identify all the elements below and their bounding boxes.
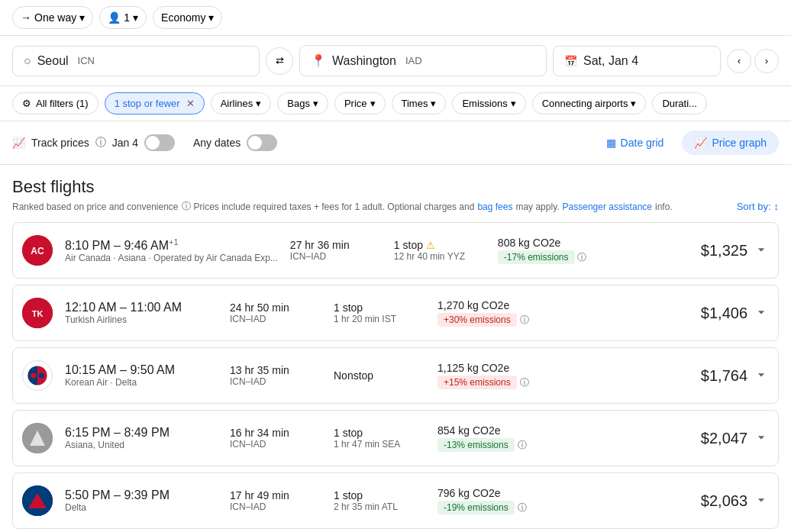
info-text: info. — [655, 202, 673, 212]
duration-value: 17 hr 49 min — [230, 489, 321, 501]
search-bar: ○ Seoul ICN ⇄ 📍 Washington IAD 📅 Sat, Ja… — [0, 36, 791, 86]
connecting-airports-label: Connecting airports — [542, 98, 628, 109]
flight-price: $1,406 — [686, 305, 747, 322]
graph-icon: 📈 — [694, 137, 707, 149]
stop-filter-button[interactable]: 1 stop or fewer ✕ — [105, 92, 205, 114]
track-prices-toggle[interactable] — [144, 134, 175, 151]
route-value: ICN–IAD — [290, 251, 382, 262]
trending-up-icon: 📈 — [12, 137, 25, 149]
duration-filter-button[interactable]: Durati... — [652, 92, 707, 114]
flight-stops: 1 stop 1 hr 47 min SEA — [334, 427, 425, 450]
date-field[interactable]: 📅 Sat, Jan 4 — [553, 46, 721, 76]
flight-duration: 24 hr 50 min ICN–IAD — [230, 301, 321, 324]
bag-fees-link[interactable]: bag fees — [477, 202, 512, 212]
expand-button[interactable] — [754, 492, 769, 510]
emissions-filter-button[interactable]: Emissions ▾ — [452, 92, 525, 114]
track-date-label: Jan 4 — [112, 137, 138, 149]
flight-duration: 13 hr 35 min ICN–IAD — [230, 364, 321, 387]
flight-duration: 27 hr 36 min ICN–IAD — [290, 239, 382, 262]
emissions-kg: 796 kg CO2e — [437, 487, 552, 499]
prices-text: Prices include required taxes + fees for… — [194, 202, 475, 212]
route-value: ICN–IAD — [230, 501, 321, 512]
sort-by-button[interactable]: Sort by: ↕ — [737, 201, 779, 212]
price-graph-button[interactable]: 📈 Price graph — [682, 131, 779, 155]
flight-emissions: 808 kg CO2e -17% emissions ⓘ — [498, 237, 612, 264]
chevron-down-icon: ▾ — [631, 98, 636, 109]
flight-duration: 17 hr 49 min ICN–IAD — [230, 489, 321, 512]
info-icon[interactable]: ⓘ — [182, 200, 191, 213]
emissions-kg: 808 kg CO2e — [498, 237, 612, 249]
price-filter-button[interactable]: Price ▾ — [334, 92, 386, 114]
arrow-icon: → — [21, 11, 31, 24]
trip-type-label: One way — [34, 11, 76, 24]
duration-value: 16 hr 34 min — [230, 427, 321, 439]
results-section: Best flights Ranked based on price and c… — [0, 165, 791, 532]
expand-button[interactable] — [754, 242, 769, 260]
destination-pin-icon: 📍 — [311, 53, 326, 68]
airline-name: Asiana, United — [65, 440, 218, 450]
destination-field[interactable]: 📍 Washington IAD — [299, 45, 547, 76]
expand-button[interactable] — [754, 367, 769, 385]
airline-logo — [22, 485, 53, 516]
route-value: ICN–IAD — [230, 314, 321, 324]
time-range: 5:50 PM – 9:39 PM — [65, 488, 218, 502]
stops-value: 1 stop ⚠ — [394, 239, 486, 251]
passenger-assistance-link[interactable]: Passenger assistance — [563, 202, 652, 212]
any-dates-section: Any dates — [193, 134, 277, 151]
track-info-icon[interactable]: ⓘ — [95, 136, 106, 150]
all-filters-button[interactable]: ⚙ All filters (1) — [12, 92, 98, 114]
track-prices-section: 📈 Track prices ⓘ Jan 4 — [12, 134, 175, 151]
track-bar: 📈 Track prices ⓘ Jan 4 Any dates ▦ Date … — [0, 121, 791, 165]
bags-filter-button[interactable]: Bags ▾ — [277, 92, 328, 114]
emissions-info-icon[interactable]: ⓘ — [577, 252, 586, 263]
times-filter-button[interactable]: Times ▾ — [392, 92, 447, 114]
trip-type-selector[interactable]: → One way ▾ — [12, 6, 93, 29]
flight-emissions: 796 kg CO2e -19% emissions ⓘ — [437, 487, 552, 514]
svg-point-6 — [39, 372, 44, 378]
expand-button[interactable] — [754, 430, 769, 447]
any-dates-toggle[interactable] — [247, 134, 277, 151]
flight-list: AC 8:10 PM – 9:46 AM+1 Air Canada · Asia… — [12, 222, 779, 529]
swap-button[interactable]: ⇄ — [266, 47, 293, 75]
passengers-selector[interactable]: 👤 1 ▾ — [99, 6, 147, 29]
connecting-airports-filter-button[interactable]: Connecting airports ▾ — [532, 92, 647, 114]
duration-label: Durati... — [662, 98, 697, 109]
sort-label: Sort by: — [737, 201, 771, 212]
flight-card[interactable]: 10:15 AM – 9:50 AM Korean Air · Delta 13… — [12, 347, 779, 404]
airline-name: Korean Air · Delta — [65, 377, 218, 388]
origin-field[interactable]: ○ Seoul ICN — [12, 46, 260, 76]
flight-card[interactable]: TK 12:10 AM – 11:00 AM Turkish Airlines … — [12, 285, 779, 341]
prev-date-button[interactable]: ‹ — [727, 49, 751, 73]
route-value: ICN–IAD — [230, 439, 321, 450]
date-grid-button[interactable]: ▦ Date grid — [594, 131, 676, 155]
emissions-info-icon[interactable]: ⓘ — [520, 377, 529, 388]
any-dates-label: Any dates — [193, 137, 241, 149]
stops-value: Nonstop — [334, 369, 425, 382]
flight-card[interactable]: 6:15 PM – 8:49 PM Asiana, United 16 hr 3… — [12, 410, 779, 466]
flight-stops: 1 stop ⚠ 12 hr 40 min YYZ — [394, 239, 486, 262]
flight-card[interactable]: AC 8:10 PM – 9:46 AM+1 Air Canada · Asia… — [12, 222, 779, 279]
grid-icon: ▦ — [606, 137, 616, 149]
emissions-badge: +30% emissions — [437, 313, 517, 327]
stop-detail: 1 hr 47 min SEA — [334, 439, 425, 450]
emissions-info-icon[interactable]: ⓘ — [520, 314, 529, 325]
next-date-button[interactable]: › — [754, 49, 779, 73]
svg-point-5 — [31, 372, 36, 378]
origin-code: ICN — [78, 55, 95, 66]
chevron-down-icon: ▾ — [208, 11, 214, 24]
flight-times: 10:15 AM – 9:50 AM Korean Air · Delta — [65, 363, 218, 388]
cabin-selector[interactable]: Economy ▾ — [153, 6, 222, 29]
expand-button[interactable] — [754, 305, 769, 322]
chevron-right-icon: › — [765, 55, 768, 66]
airline-name: Turkish Airlines — [65, 314, 218, 325]
times-filter-label: Times — [402, 98, 428, 109]
stop-filter-label: 1 stop or fewer — [115, 98, 180, 109]
emissions-info-icon[interactable]: ⓘ — [518, 502, 527, 513]
price-graph-label: Price graph — [712, 137, 767, 149]
emissions-info-icon[interactable]: ⓘ — [518, 440, 527, 450]
airlines-filter-button[interactable]: Airlines ▾ — [211, 92, 272, 114]
ranked-info-bar: Ranked based on price and convenience ⓘ … — [12, 200, 779, 213]
best-flights-title: Best flights — [12, 177, 779, 197]
emissions-badge: +15% emissions — [437, 376, 517, 389]
flight-card[interactable]: 5:50 PM – 9:39 PM Delta 17 hr 49 min ICN… — [12, 472, 779, 529]
